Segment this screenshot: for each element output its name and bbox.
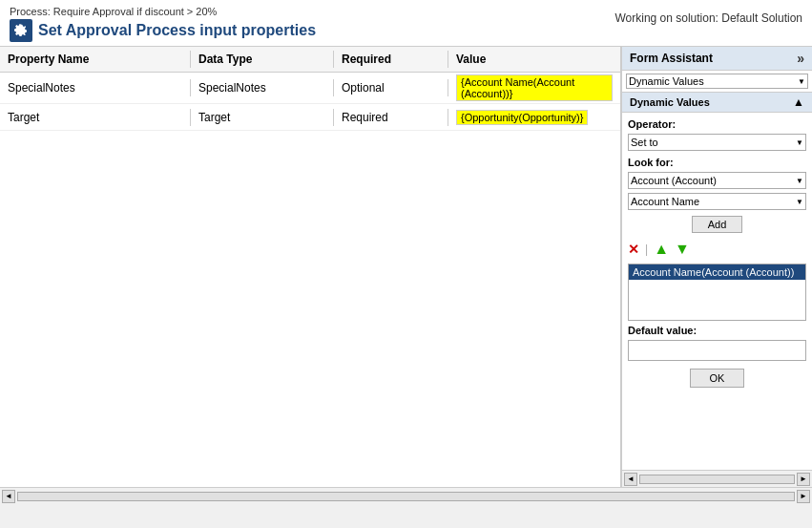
add-button[interactable]: Add [692,216,743,233]
right-scroll-right-arrow[interactable]: ► [797,473,810,486]
cell-required-0: Optional [334,79,448,96]
right-scroll-left-arrow[interactable]: ◄ [624,473,637,486]
col-header-property: Property Name [0,51,191,68]
cell-value-1[interactable]: {Opportunity(Opportunity)} [448,108,620,127]
cell-property-0: SpecialNotes [0,79,191,96]
move-up-icon[interactable]: ▲ [654,241,669,258]
value-tag-0: {Account Name(Account (Account))} [456,74,613,101]
gear-icon-box [10,19,32,42]
look-for-label: Look for: [628,157,806,168]
look-for-select[interactable]: Account (Account) [628,172,806,189]
field-select[interactable]: Account Name [628,193,806,210]
operator-select-wrapper: Set to [628,134,806,151]
collapse-icon[interactable]: ▲ [793,95,804,109]
right-scroll-track[interactable] [639,475,795,484]
gear-icon [13,23,29,38]
right-bottom-scrollbar: ◄ ► [622,470,812,487]
cell-value-0[interactable]: {Account Name(Account (Account))} [448,73,620,103]
form-assistant-header: Form Assistant » [622,47,812,71]
separator: | [645,243,648,256]
left-panel: Property Name Data Type Required Value S… [0,47,621,487]
col-header-required: Required [334,51,448,68]
right-panel: Form Assistant » Dynamic Values Dynamic … [621,47,812,487]
scroll-right-arrow[interactable]: ► [797,490,810,503]
table-header: Property Name Data Type Required Value [0,47,620,73]
page-title: Set Approval Process input properties [10,19,316,42]
selected-list[interactable]: Account Name(Account (Account)) [628,264,806,321]
working-on: Working on solution: Default Solution [614,6,802,25]
scroll-track[interactable] [17,492,795,501]
top-bar: Process: Require Approval if discount > … [0,0,812,47]
delete-icon[interactable]: ✕ [628,242,639,257]
move-down-icon[interactable]: ▼ [675,241,690,258]
cell-required-1: Required [334,109,448,126]
cell-property-1: Target [0,109,191,126]
dynamic-values-select-wrapper: Dynamic Values [626,74,808,89]
form-section: Operator: Set to Look for: Account (Acco… [622,113,812,470]
cell-datatype-1: Target [191,109,334,126]
main-area: Property Name Data Type Required Value S… [0,47,812,487]
table-row: Target Target Required {Opportunity(Oppo… [0,104,620,131]
operator-select[interactable]: Set to [628,134,806,151]
process-subtitle: Process: Require Approval if discount > … [10,6,316,17]
cell-datatype-0: SpecialNotes [191,79,334,96]
top-bar-left: Process: Require Approval if discount > … [10,6,316,42]
icon-row: ✕ | ▲ ▼ [628,239,806,260]
dynamic-values-section: Dynamic Values ▲ [622,93,812,113]
page-title-text: Set Approval Process input properties [38,22,316,39]
ok-button[interactable]: OK [690,369,745,388]
value-tag-1: {Opportunity(Opportunity)} [456,110,588,125]
default-value-input[interactable] [628,340,806,361]
col-header-datatype: Data Type [191,51,334,68]
look-for-select-wrapper: Account (Account) [628,172,806,189]
field-select-wrapper: Account Name [628,193,806,210]
bottom-scrollbar: ◄ ► [0,487,812,504]
selected-item[interactable]: Account Name(Account (Account)) [629,264,805,280]
chevron-right-icon[interactable]: » [797,51,804,66]
default-value-label: Default value: [628,325,806,336]
operator-label: Operator: [628,118,806,130]
scroll-left-arrow[interactable]: ◄ [2,490,15,503]
form-assistant-label: Form Assistant [630,52,713,65]
dynamic-values-select[interactable]: Dynamic Values [626,74,808,89]
table-row: SpecialNotes SpecialNotes Optional {Acco… [0,73,620,104]
dynamic-values-row: Dynamic Values [622,71,812,93]
col-header-value: Value [448,51,620,68]
dynamic-values-section-label: Dynamic Values [630,96,710,108]
